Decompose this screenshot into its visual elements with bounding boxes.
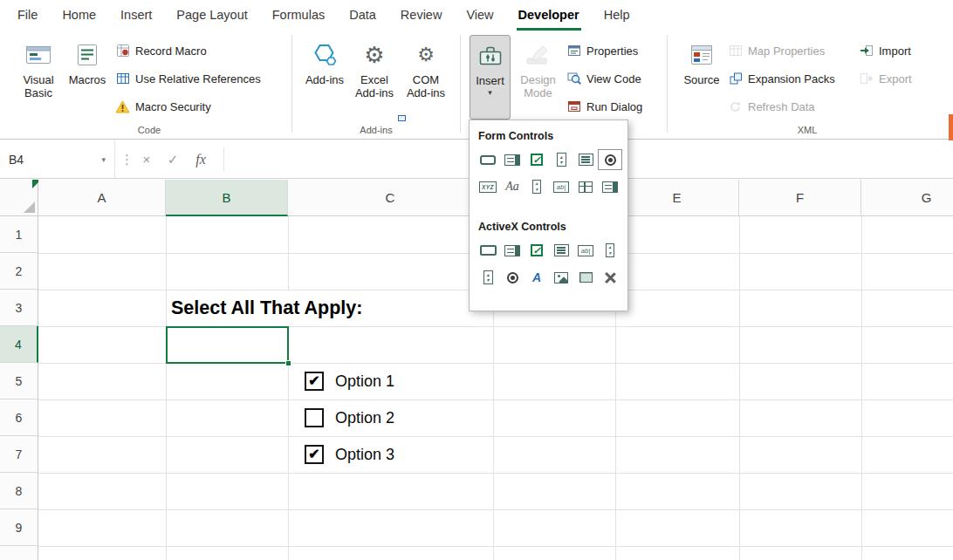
form-list-box-icon[interactable] <box>573 149 598 170</box>
row-header-2[interactable]: 2 <box>0 253 38 290</box>
activex-image-icon[interactable] <box>549 267 573 288</box>
form-text-field-icon[interactable]: ab| <box>549 176 573 197</box>
row-header-9[interactable]: 9 <box>0 509 38 546</box>
tab-formulas[interactable]: Formulas <box>260 0 337 31</box>
tab-data[interactable]: Data <box>337 0 388 31</box>
column-header-c[interactable]: C <box>288 180 493 215</box>
excel-add-ins-button[interactable]: ⚙ Excel Add-ins <box>350 35 399 120</box>
form-spin-button-icon[interactable]: ▴▾ <box>549 149 573 170</box>
tab-review[interactable]: Review <box>388 0 455 31</box>
run-dialog-button[interactable]: Run Dialog <box>566 95 642 118</box>
column-header-a[interactable]: A <box>38 180 166 215</box>
tab-file[interactable]: File <box>5 0 50 31</box>
group-label-xml: XML <box>668 125 947 135</box>
column-header-b[interactable]: B <box>166 180 288 216</box>
map-properties-button[interactable]: Map Properties <box>728 39 825 62</box>
form-combo-box-icon[interactable] <box>500 149 524 170</box>
form-check-box-icon[interactable]: ✓ <box>524 149 549 170</box>
row-header-3[interactable]: 3 <box>0 290 38 326</box>
row-header-10-partial[interactable] <box>0 546 38 560</box>
insert-function-button[interactable]: fx <box>189 140 213 178</box>
record-macro-button[interactable]: Record Macro <box>115 39 207 62</box>
activex-scroll-bar-icon[interactable]: ▴▾ <box>598 240 622 261</box>
row-header-1[interactable]: 1 <box>0 216 38 253</box>
activex-more-controls-icon[interactable] <box>598 267 622 288</box>
formula-bar-separator <box>223 147 224 171</box>
row-header-6[interactable]: 6 <box>0 400 38 436</box>
macro-security-button[interactable]: Macro Security <box>115 95 211 118</box>
export-button[interactable]: Export <box>859 67 912 90</box>
column-header-e[interactable]: E <box>615 180 739 215</box>
tab-home[interactable]: Home <box>50 0 108 31</box>
checkbox-unchecked[interactable] <box>305 408 324 427</box>
activex-check-box-icon[interactable]: ✓ <box>524 240 549 261</box>
form-combo-list-edit-icon[interactable] <box>573 176 598 197</box>
selected-cell-b4[interactable] <box>166 326 289 364</box>
name-box[interactable]: B4 ▾ <box>0 140 115 178</box>
tab-help[interactable]: Help <box>592 0 642 31</box>
com-add-ins-button[interactable]: ⚙ COM Add-ins <box>401 35 450 120</box>
fill-handle[interactable] <box>285 360 291 366</box>
add-ins-button[interactable]: Add-ins <box>302 35 347 120</box>
add-ins-hexagon-icon <box>312 39 338 71</box>
macros-icon <box>75 39 99 71</box>
import-icon <box>859 44 874 58</box>
design-mode-icon <box>525 39 552 71</box>
design-mode-button[interactable]: Design Mode <box>514 35 562 120</box>
excel-add-ins-gear-icon: ⚙ <box>364 39 384 71</box>
visual-basic-button[interactable]: Visual Basic <box>12 35 65 120</box>
form-checkbox-option-3: ✔ Option 3 <box>305 444 394 465</box>
form-scroll-bar-icon[interactable]: ▴▾ <box>524 176 549 197</box>
refresh-data-button[interactable]: Refresh Data <box>728 95 815 118</box>
insert-controls-button[interactable]: Insert ▾ <box>470 35 511 120</box>
activex-label-icon[interactable]: A <box>524 267 549 288</box>
activex-option-button-icon[interactable] <box>500 267 524 288</box>
row-header-4[interactable]: 4 <box>0 326 38 363</box>
cancel-button[interactable]: × <box>134 140 159 178</box>
import-button[interactable]: Import <box>859 39 911 62</box>
view-code-button[interactable]: View Code <box>566 67 641 90</box>
activex-spin-button-icon[interactable]: ▴▾ <box>476 267 500 288</box>
activex-combo-box-icon[interactable] <box>500 240 524 261</box>
form-label-icon[interactable]: Aa <box>500 176 524 197</box>
checkbox-label: Option 2 <box>335 409 394 427</box>
enter-button[interactable]: ✓ <box>161 140 185 178</box>
expansion-packs-button[interactable]: Expansion Packs <box>728 67 835 90</box>
form-option-button-icon[interactable] <box>598 149 622 170</box>
tab-view[interactable]: View <box>454 0 505 31</box>
xml-source-icon <box>689 39 714 71</box>
activex-controls-row-1: ✓ ab| ▴▾ <box>476 240 627 261</box>
activex-command-button-icon[interactable] <box>476 240 500 261</box>
group-label-code: Code <box>7 125 291 135</box>
checkbox-checked[interactable]: ✔ <box>305 445 324 464</box>
row-header-8[interactable]: 8 <box>0 473 38 509</box>
use-relative-references-button[interactable]: Use Relative References <box>115 67 261 90</box>
source-button[interactable]: Source <box>679 35 724 120</box>
form-group-box-icon[interactable]: XYZ <box>476 176 500 197</box>
gridline <box>739 216 740 560</box>
formula-bar-drag-handle[interactable]: ⋮ <box>120 140 134 178</box>
gridline <box>166 216 167 560</box>
gridline <box>38 509 953 510</box>
row-header-5[interactable]: 5 <box>0 363 38 400</box>
tab-insert[interactable]: Insert <box>108 0 164 31</box>
row-header-7[interactable]: 7 <box>0 436 38 473</box>
run-dialog-icon <box>566 99 581 113</box>
name-box-chevron-icon[interactable]: ▾ <box>101 155 106 164</box>
macros-button[interactable]: Macros <box>66 35 108 120</box>
tab-developer[interactable]: Developer <box>506 0 592 31</box>
activex-toggle-button-icon[interactable] <box>573 267 598 288</box>
cell-text-title: Select All That Apply: <box>171 290 367 325</box>
tab-page-layout[interactable]: Page Layout <box>164 0 259 31</box>
activex-text-box-icon[interactable]: ab| <box>573 240 598 261</box>
column-header-g[interactable]: G <box>861 180 953 215</box>
select-all-triangle-icon <box>24 201 35 213</box>
column-header-f[interactable]: F <box>739 180 861 215</box>
properties-button[interactable]: Properties <box>566 39 638 62</box>
form-combo-dropdown-edit-icon[interactable] <box>598 176 622 197</box>
checkbox-checked[interactable]: ✔ <box>305 372 324 391</box>
activex-list-box-icon[interactable] <box>549 240 573 261</box>
checkbox-label: Option 1 <box>335 372 394 391</box>
form-checkbox-option-2: Option 2 <box>305 407 394 428</box>
form-button-icon[interactable] <box>476 149 500 170</box>
